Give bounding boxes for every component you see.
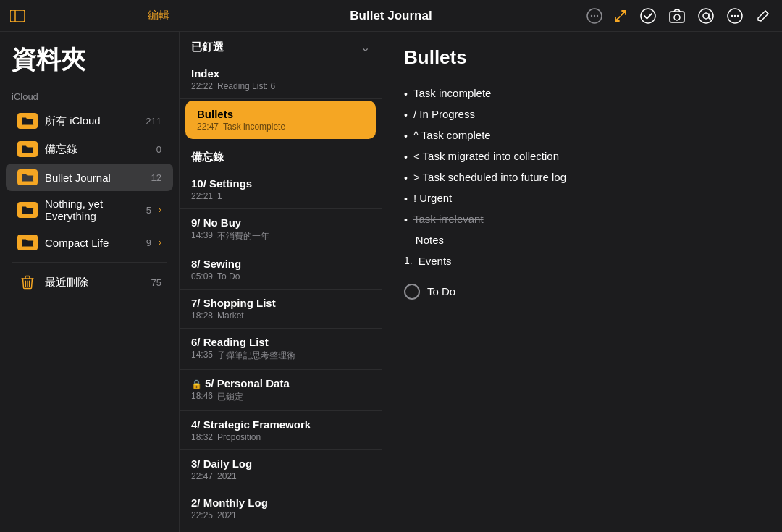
sidebar-heading: 資料夾 (0, 43, 179, 88)
chevron-down-icon[interactable]: ⌄ (361, 41, 370, 54)
sidebar-item-count-all-icloud: 211 (146, 116, 161, 127)
svg-point-9 (699, 9, 713, 23)
sidebar-item-count-notes: 0 (156, 144, 161, 155)
note-item-meta-shopping-list: 18:28 Market (191, 311, 370, 321)
note-item-strategic-framework[interactable]: 4/ Strategic Framework 18:32 Proposition (180, 411, 382, 450)
list-item-urgent: • ! Urgent (404, 188, 760, 209)
bullet-dot-icon: • (404, 129, 408, 144)
resize-icon[interactable] (614, 9, 627, 22)
camera-button[interactable] (669, 9, 685, 23)
top-bar-right (602, 8, 782, 24)
sidebar-item-count-trash: 75 (151, 277, 161, 288)
note-item-meta-index: 22:22 Reading List: 6 (191, 81, 370, 91)
note-item-settings[interactable]: 10/ Settings 22:21 1 (180, 170, 382, 209)
bullet-dot-icon: • (404, 213, 408, 228)
edit-button[interactable]: 編輯 (148, 9, 169, 22)
trash-icon (17, 274, 38, 290)
sidebar-item-count-bullet-journal: 12 (151, 172, 161, 183)
checkmark-button[interactable] (640, 8, 656, 24)
svg-point-3 (591, 14, 592, 16)
list-item-text: / In Progress (413, 106, 475, 123)
list-item-text-strikethrough: Task irrelevant (413, 211, 484, 228)
list-item-text: ! Urgent (413, 190, 452, 207)
note-item-title-personal-data: 🔒5/ Personal Data (191, 377, 370, 389)
sidebar-item-trash[interactable]: 最近刪除 75 (6, 269, 173, 296)
middle-panel: 已釘選 ⌄ Index 22:22 Reading List: 6 Bullet… (180, 32, 382, 532)
main-layout: 資料夾 iCloud 所有 iCloud 211 備忘錄 0 (0, 32, 782, 532)
note-item-index[interactable]: Index 22:22 Reading List: 6 (180, 60, 382, 99)
note-item-title-no-buy: 9/ No Buy (191, 216, 370, 229)
sidebar-item-label-all-icloud: 所有 iCloud (45, 114, 138, 128)
sidebar-divider (12, 262, 167, 263)
sidebar-item-label-bullet-journal: Bullet Journal (45, 172, 144, 184)
note-item-personal-data[interactable]: 🔒5/ Personal Data 18:46 已鎖定 (180, 370, 382, 411)
note-item-reading-list[interactable]: 6/ Reading List 14:35 子彈筆記思考整理術 (180, 329, 382, 370)
note-item-title-shopping-list: 7/ Shopping List (191, 297, 370, 309)
svg-point-13 (734, 14, 736, 16)
compose-button[interactable] (756, 9, 770, 23)
more-button[interactable] (586, 8, 602, 24)
note-item-daily-log[interactable]: 3/ Daily Log 22:47 2021 (180, 450, 382, 489)
icloud-section-label: iCloud (0, 88, 179, 106)
folder-icon-bullet-journal (17, 169, 38, 185)
top-bar-center: Bullet Journal (180, 9, 602, 23)
note-item-title-strategic-framework: 4/ Strategic Framework (191, 418, 370, 431)
note-item-no-buy[interactable]: 9/ No Buy 14:39 不消費的一年 (180, 209, 382, 250)
svg-point-5 (597, 14, 598, 16)
svg-rect-0 (10, 10, 25, 22)
note-item-meta-strategic-framework: 18:32 Proposition (191, 432, 370, 442)
chevron-right-icon-compact: › (159, 237, 161, 248)
note-item-monthly-log[interactable]: 2/ Monthly Log 22:25 2021 (180, 489, 382, 528)
list-item-task-incomplete: • Task incomplete (404, 83, 760, 104)
top-bar-title: Bullet Journal (350, 9, 432, 23)
sidebar-item-count-nothing-yet-everything: 5 (146, 205, 151, 216)
bullet-dot-icon: • (404, 171, 408, 186)
sidebar: 資料夾 iCloud 所有 iCloud 211 備忘錄 0 (0, 32, 180, 532)
folder-icon-all-icloud (17, 113, 38, 129)
svg-point-4 (594, 14, 595, 16)
top-bar: 編輯 Bullet Journal (0, 0, 782, 32)
list-item-notes: – Notes (404, 230, 760, 251)
sidebar-item-compact-life[interactable]: Compact Life 9 › (6, 229, 173, 256)
list-item-text: ^ Task complete (413, 127, 491, 144)
sidebar-item-notes[interactable]: 備忘錄 0 (6, 135, 173, 163)
note-item-meta-settings: 22:21 1 (191, 191, 370, 201)
sidebar-item-bullet-journal[interactable]: Bullet Journal 12 (6, 164, 173, 191)
todo-label: To Do (427, 285, 455, 297)
bullet-dot-icon: • (404, 192, 408, 207)
bullet-dot-icon: • (404, 108, 408, 123)
number-icon: 1. (404, 253, 413, 269)
sidebar-item-all-icloud[interactable]: 所有 iCloud 211 (6, 107, 173, 135)
at-button[interactable] (698, 8, 714, 24)
detail-title: Bullets (404, 46, 760, 69)
list-item-in-progress: • / In Progress (404, 104, 760, 125)
pinned-header: 已釘選 ⌄ (180, 32, 382, 60)
ellipsis-circle-button[interactable] (727, 8, 743, 24)
list-item-text: Task incomplete (413, 85, 492, 102)
sidebar-toggle-button[interactable] (10, 10, 25, 22)
svg-point-10 (703, 13, 709, 19)
note-item-title-monthly-log: 2/ Monthly Log (191, 497, 370, 509)
note-item-future-log[interactable]: 1/ Future Log 18:50 2021 (180, 528, 382, 532)
list-item-task-scheduled: • > Task scheduled into future log (404, 167, 760, 188)
note-item-shopping-list[interactable]: 7/ Shopping List 18:28 Market (180, 290, 382, 329)
list-item-events: 1. Events (404, 251, 760, 272)
folder-icon-notes (17, 141, 38, 157)
folder-icon-compact-life (17, 235, 38, 250)
dash-icon: – (404, 234, 410, 249)
note-item-meta-daily-log: 22:47 2021 (191, 471, 370, 481)
sidebar-item-label-nothing-yet-everything: Nothing, yet Everything (45, 198, 139, 222)
todo-circle-icon (404, 284, 420, 300)
bullet-dot-icon: • (404, 150, 408, 165)
note-item-meta-personal-data: 18:46 已鎖定 (191, 391, 370, 403)
svg-point-12 (731, 14, 733, 16)
note-item-meta-no-buy: 14:39 不消費的一年 (191, 230, 370, 242)
lock-icon: 🔒 (191, 379, 202, 389)
note-item-meta-monthly-log: 22:25 2021 (191, 510, 370, 520)
svg-point-14 (737, 14, 739, 16)
note-item-bullets[interactable]: Bullets 22:47 Task incomplete (185, 101, 376, 139)
sidebar-item-nothing-yet-everything[interactable]: Nothing, yet Everything 5 › (6, 192, 173, 228)
list-item-text: Events (419, 253, 452, 270)
pinned-title: 已釘選 (191, 41, 224, 54)
note-item-sewing[interactable]: 8/ Sewing 05:09 To Do (180, 250, 382, 290)
